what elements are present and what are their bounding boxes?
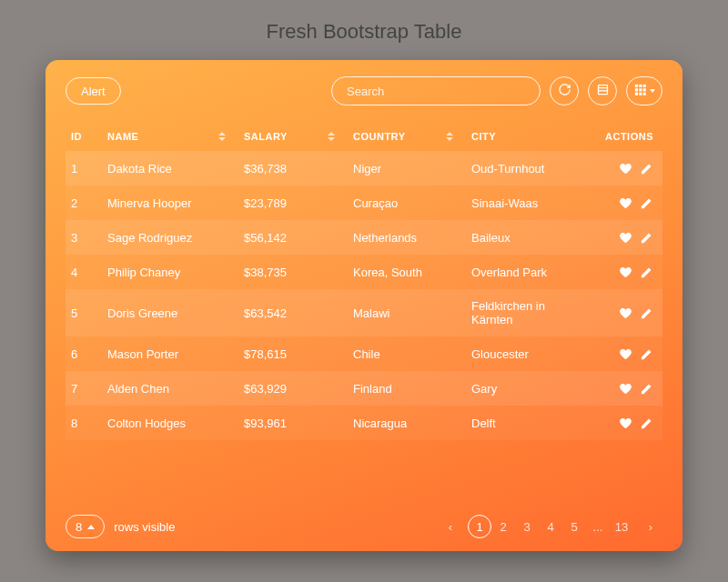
- cell-actions: [590, 151, 662, 186]
- cell-country: Netherlands: [348, 220, 466, 255]
- col-salary[interactable]: SALARY: [238, 122, 348, 151]
- page-title: Fresh Bootstrap Table: [0, 0, 728, 60]
- edit-button[interactable]: [632, 306, 653, 319]
- cell-city: Delft: [466, 406, 590, 440]
- cell-country: Korea, South: [348, 255, 466, 289]
- pager-page[interactable]: 4: [539, 515, 562, 538]
- refresh-icon: [558, 83, 571, 99]
- cell-name: Colton Hodges: [102, 406, 238, 440]
- edit-button[interactable]: [632, 161, 653, 175]
- search-input[interactable]: [331, 76, 541, 105]
- cell-city: Oud-Turnhout: [466, 151, 590, 186]
- table-row: 8Colton Hodges$93,961NicaraguaDelft: [66, 406, 662, 440]
- pager-page[interactable]: 5: [562, 515, 586, 538]
- cell-salary: $63,542: [238, 289, 348, 336]
- pager-page[interactable]: 13: [610, 515, 633, 538]
- cell-country: Nicaragua: [348, 406, 466, 440]
- sort-icon: [328, 132, 335, 141]
- cell-id: 6: [66, 336, 102, 371]
- cell-name: Philip Chaney: [102, 255, 238, 289]
- edit-button[interactable]: [632, 230, 653, 244]
- sort-icon: [218, 132, 226, 141]
- svg-rect-0: [598, 85, 607, 95]
- like-button[interactable]: [612, 230, 632, 244]
- like-button[interactable]: [612, 196, 632, 209]
- cell-country: Niger: [348, 151, 466, 186]
- table-row: 5Doris Greene$63,542MalawiFeldkirchen in…: [66, 289, 662, 336]
- cell-actions: [590, 336, 662, 371]
- cell-salary: $23,789: [238, 186, 348, 220]
- cell-salary: $38,735: [238, 255, 348, 289]
- sort-icon: [446, 132, 453, 141]
- cell-actions: [590, 220, 662, 255]
- cell-salary: $56,142: [238, 220, 348, 255]
- toolbar: Alert: [66, 76, 662, 105]
- like-button[interactable]: [612, 265, 632, 278]
- col-country[interactable]: COUNTRY: [348, 122, 466, 151]
- cell-city: Sinaai-Waas: [466, 186, 590, 220]
- cell-id: 8: [66, 406, 102, 440]
- table-row: 4Philip Chaney$38,735Korea, SouthOverlan…: [66, 255, 662, 289]
- edit-button[interactable]: [632, 416, 653, 429]
- view-toggle-button[interactable]: [626, 76, 662, 105]
- like-button[interactable]: [612, 346, 632, 360]
- svg-rect-2: [639, 85, 642, 87]
- cell-name: Minerva Hooper: [102, 186, 238, 220]
- like-button[interactable]: [612, 381, 632, 395]
- pager-next[interactable]: ›: [639, 515, 662, 538]
- cell-id: 3: [66, 220, 102, 255]
- pager-page[interactable]: 2: [491, 515, 515, 538]
- table-card: Alert ID NAME SALARY COUNTRY: [46, 60, 682, 551]
- svg-rect-3: [643, 85, 646, 87]
- data-table: ID NAME SALARY COUNTRY CITY ACTIONS 1Dak…: [66, 122, 662, 440]
- rows-per-page-value: 8: [76, 520, 82, 534]
- cell-salary: $93,961: [238, 406, 348, 440]
- cell-id: 1: [66, 151, 102, 186]
- cell-name: Alden Chen: [102, 371, 238, 406]
- like-button[interactable]: [612, 306, 632, 319]
- cell-name: Doris Greene: [102, 289, 238, 336]
- pagination: ‹ 12345...13 ›: [439, 515, 662, 538]
- refresh-button[interactable]: [550, 76, 579, 105]
- edit-button[interactable]: [632, 196, 653, 209]
- table-row: 2Minerva Hooper$23,789CuraçaoSinaai-Waas: [66, 186, 662, 220]
- columns-button[interactable]: [588, 76, 617, 105]
- cell-actions: [590, 371, 662, 406]
- cell-city: Feldkirchen in Kärnten: [466, 289, 590, 336]
- table-row: 7Alden Chen$63,929FinlandGary: [66, 371, 662, 406]
- cell-city: Baileux: [466, 220, 590, 255]
- col-id[interactable]: ID: [66, 122, 102, 151]
- cell-id: 4: [66, 255, 102, 289]
- cell-actions: [590, 289, 662, 336]
- cell-country: Malawi: [348, 289, 466, 336]
- like-button[interactable]: [612, 416, 632, 429]
- pager-prev[interactable]: ‹: [439, 515, 462, 538]
- rows-per-page-select[interactable]: 8: [66, 515, 105, 538]
- pager-page[interactable]: 1: [468, 515, 491, 538]
- svg-rect-8: [639, 93, 642, 95]
- cell-salary: $36,738: [238, 151, 348, 186]
- cell-country: Chile: [348, 336, 466, 371]
- cell-country: Finland: [348, 371, 466, 406]
- col-city[interactable]: CITY: [466, 122, 590, 151]
- alert-button[interactable]: Alert: [66, 77, 121, 105]
- cell-name: Sage Rodriguez: [102, 220, 238, 255]
- like-button[interactable]: [612, 161, 632, 175]
- edit-button[interactable]: [632, 346, 653, 360]
- cell-actions: [590, 406, 662, 440]
- svg-rect-4: [635, 88, 638, 91]
- cell-city: Overland Park: [466, 255, 590, 289]
- col-name[interactable]: NAME: [102, 122, 238, 151]
- svg-rect-5: [639, 88, 642, 91]
- edit-button[interactable]: [632, 265, 653, 278]
- table-footer: 8 rows visible ‹ 12345...13 ›: [66, 506, 662, 538]
- cell-id: 7: [66, 371, 102, 406]
- table-row: 1Dakota Rice$36,738NigerOud-Turnhout: [66, 151, 662, 186]
- pager-page[interactable]: 3: [515, 515, 539, 538]
- cell-actions: [590, 255, 662, 289]
- cell-actions: [590, 186, 662, 220]
- rows-visible-label: rows visible: [114, 520, 175, 534]
- edit-button[interactable]: [632, 381, 653, 395]
- cell-salary: $63,929: [238, 371, 348, 406]
- cell-country: Curaçao: [348, 186, 466, 220]
